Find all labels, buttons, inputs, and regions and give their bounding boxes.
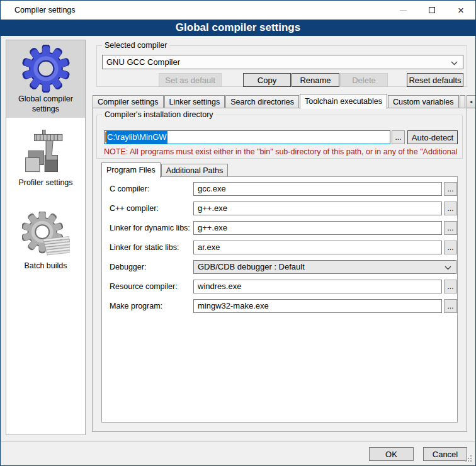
- form-row: Make program: mingw32-make.exe ...: [102, 299, 457, 313]
- compiler-select[interactable]: GNU GCC Compiler: [102, 55, 463, 69]
- group-label: Selected compiler: [102, 41, 169, 50]
- program-files-tab-strip: Program Files Additional Paths: [101, 162, 229, 177]
- chevron-down-icon: [445, 266, 451, 270]
- c-compiler-browse-button[interactable]: ...: [444, 182, 457, 196]
- window-controls: ×: [388, 1, 475, 20]
- minimize-icon: [400, 10, 407, 11]
- static-linker-input[interactable]: ar.exe: [193, 241, 442, 254]
- program-files-page: C compiler: gcc.exe ... C++ compiler: g+…: [101, 176, 458, 423]
- tab-search-directories[interactable]: Search directories: [225, 95, 299, 108]
- field-value: GDB/CDB debugger : Default: [198, 262, 305, 271]
- c-compiler-input[interactable]: gcc.exe: [193, 182, 442, 196]
- compiler-actions: Set as default Copy Rename Delete Reset …: [102, 73, 463, 87]
- settings-tab-strip: Compiler settings Linker settings Search…: [93, 93, 467, 108]
- delete-button: Delete: [340, 73, 388, 87]
- gear-stack-icon: [22, 212, 70, 259]
- reset-defaults-button[interactable]: Reset defaults: [407, 73, 463, 87]
- maximize-icon: [429, 7, 435, 13]
- tab-toolchain-executables[interactable]: Toolchain executables: [300, 94, 387, 109]
- static-linker-label: Linker for static libs:: [110, 241, 193, 254]
- make-program-label: Make program:: [110, 299, 193, 313]
- tab-scroll-controls: ◄ ►: [466, 95, 476, 108]
- close-icon: ×: [458, 5, 464, 16]
- field-value: ar.exe: [198, 242, 220, 252]
- resource-compiler-input[interactable]: windres.exe: [193, 280, 442, 293]
- debugger-label: Debugger:: [110, 260, 193, 274]
- c-compiler-label: C compiler:: [110, 182, 193, 196]
- form-row: C compiler: gcc.exe ...: [102, 182, 457, 196]
- compiler-select-value: GNU GCC Compiler: [106, 57, 180, 67]
- selected-compiler-group: Selected compiler GNU GCC Compiler Set a…: [96, 45, 467, 87]
- tab-build-options[interactable]: Build options: [460, 95, 465, 108]
- close-button[interactable]: ×: [446, 1, 475, 20]
- form-row: Resource compiler: windres.exe ...: [102, 280, 457, 293]
- field-value: g++.exe: [198, 223, 227, 232]
- tab-compiler-settings[interactable]: Compiler settings: [93, 95, 164, 108]
- sidebar-item-label: Global compiler settings: [18, 94, 73, 113]
- dynamic-linker-input[interactable]: g++.exe: [193, 221, 442, 235]
- cpp-compiler-input[interactable]: g++.exe: [193, 202, 442, 215]
- cpp-compiler-label: C++ compiler:: [110, 202, 193, 215]
- sidebar-item-global-compiler-settings[interactable]: Global compiler settings: [6, 40, 85, 118]
- resource-compiler-label: Resource compiler:: [110, 280, 193, 293]
- installation-directory-group: Compiler's installation directory C:\ray…: [96, 115, 463, 159]
- sidebar-item-batch-builds[interactable]: Batch builds: [6, 207, 85, 275]
- make-program-input[interactable]: mingw32-make.exe: [193, 299, 442, 313]
- resource-compiler-browse-button[interactable]: ...: [444, 280, 457, 293]
- form-row: Linker for static libs: ar.exe ...: [102, 241, 457, 254]
- debugger-select[interactable]: GDB/CDB debugger : Default: [193, 260, 456, 274]
- tab-custom-variables[interactable]: Custom variables: [388, 95, 459, 108]
- installation-directory-input[interactable]: C:\raylib\MinGW: [104, 130, 390, 144]
- minimize-button[interactable]: [388, 1, 417, 20]
- static-linker-browse-button[interactable]: ...: [444, 241, 457, 254]
- tab-linker-settings[interactable]: Linker settings: [164, 95, 225, 108]
- rename-button[interactable]: Rename: [292, 73, 339, 87]
- title-bar: Compiler settings ×: [1, 1, 475, 20]
- settings-category-sidebar: Global compiler settings Profiler settin…: [6, 40, 86, 435]
- chevron-down-icon: [451, 61, 458, 65]
- dynamic-linker-browse-button[interactable]: ...: [444, 221, 457, 235]
- tab-scroll-left-button[interactable]: ◄: [467, 95, 476, 108]
- tab-program-files[interactable]: Program Files: [101, 162, 161, 178]
- caliper-icon: [23, 130, 69, 176]
- field-value: g++.exe: [198, 203, 227, 213]
- resize-grip-icon[interactable]: [470, 455, 472, 457]
- form-row: Linker for dynamic libs: g++.exe ...: [102, 221, 457, 235]
- form-row: Debugger: GDB/CDB debugger : Default: [102, 260, 457, 274]
- cancel-button[interactable]: Cancel: [423, 447, 467, 461]
- form-row: C++ compiler: g++.exe ...: [102, 202, 457, 215]
- window-title: Compiler settings: [14, 1, 76, 20]
- copy-button[interactable]: Copy: [243, 73, 291, 87]
- group-label: Compiler's installation directory: [102, 110, 216, 119]
- sidebar-item-profiler-settings[interactable]: Profiler settings: [6, 125, 85, 192]
- page-title: Global compiler settings: [1, 20, 475, 36]
- tab-additional-paths[interactable]: Additional Paths: [161, 164, 228, 177]
- make-program-browse-button[interactable]: ...: [444, 299, 457, 313]
- dynamic-linker-label: Linker for dynamic libs:: [110, 221, 193, 235]
- footer-divider: [1, 441, 475, 442]
- note-text: NOTE: All programs must exist either in …: [104, 147, 461, 156]
- field-value: mingw32-make.exe: [198, 301, 269, 310]
- field-value: gcc.exe: [198, 184, 226, 193]
- directory-browse-button[interactable]: ...: [392, 130, 405, 144]
- sidebar-item-label: Profiler settings: [18, 178, 72, 187]
- maximize-button[interactable]: [417, 1, 446, 20]
- main-panel: Selected compiler GNU GCC Compiler Set a…: [92, 40, 467, 465]
- field-value: windres.exe: [198, 281, 241, 291]
- sidebar-item-label: Batch builds: [24, 261, 67, 270]
- selected-text: C:\raylib\MinGW: [106, 130, 167, 144]
- auto-detect-button[interactable]: Auto-detect: [407, 130, 458, 144]
- set-as-default-button: Set as default: [159, 73, 222, 87]
- toolchain-executables-page: Compiler's installation directory C:\ray…: [92, 108, 467, 432]
- cpp-compiler-browse-button[interactable]: ...: [444, 202, 457, 215]
- ok-button[interactable]: OK: [369, 447, 414, 461]
- compiler-settings-dialog: Compiler settings × Global compiler sett…: [0, 0, 476, 466]
- blue-gear-icon: [22, 45, 70, 93]
